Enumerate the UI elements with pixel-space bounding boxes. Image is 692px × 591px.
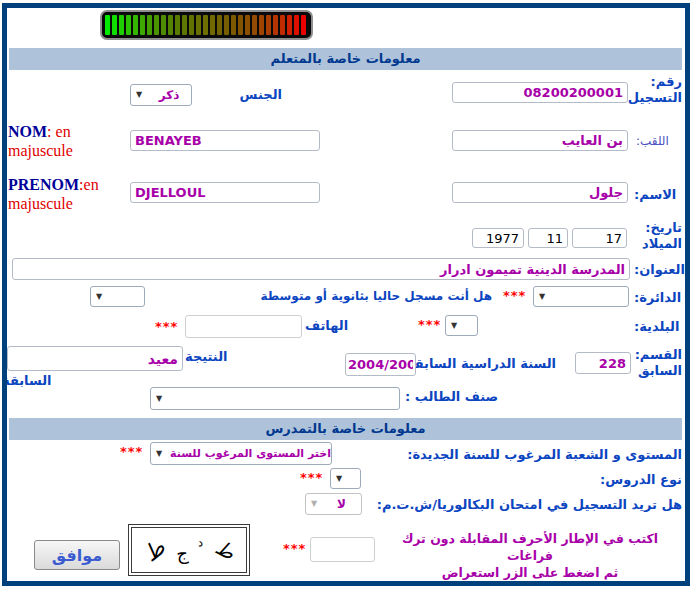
student-category-select[interactable]: ▼ (150, 387, 400, 410)
meter-segment (161, 15, 166, 35)
lesson-type-required-asterisks: *** (300, 470, 323, 485)
previous-class-input[interactable] (575, 352, 631, 374)
surname-label: اللقب: (636, 134, 669, 148)
meter-segment (189, 15, 194, 35)
meter-segment (154, 15, 159, 35)
progress-meter (100, 10, 313, 40)
bac-exam-select[interactable]: ▼ لا (305, 493, 362, 515)
enrolled-question-label: هل أنت مسجل حاليا بثانوية أو متوسطة (292, 289, 492, 303)
previous-result-label-line2: السابقة (2, 373, 52, 388)
chevron-down-icon: ▼ (91, 293, 107, 301)
meter-segment (182, 15, 187, 35)
desired-level-required-asterisks: *** (120, 444, 143, 459)
meter-segment (294, 15, 299, 35)
bac-exam-label: هل تريد التسجيل في امتحان البكالوريا/ش.ت… (380, 497, 682, 512)
phone-required-asterisks: *** (155, 319, 178, 334)
meter-segment (266, 15, 271, 35)
meter-segment (175, 15, 180, 35)
birth-day-input[interactable] (572, 228, 627, 248)
meter-segment (203, 15, 208, 35)
previous-result-input[interactable] (7, 346, 183, 371)
meter-segment (280, 15, 285, 35)
firstname-french-input[interactable] (130, 182, 320, 203)
meter-segment (252, 15, 257, 35)
captcha-required-asterisks: *** (283, 541, 306, 556)
registration-form-page: معلومات خاصة بالمتعلم رقم: التسجيل الجنس… (0, 0, 692, 591)
district-select[interactable]: ▼ (533, 286, 629, 307)
meter-segment (231, 15, 236, 35)
section-header-learner: معلومات خاصة بالمتعلم (9, 48, 682, 70)
section-header-schooling: معلومات خاصة بالتمدرس (9, 418, 682, 440)
address-label: العنوان: (634, 262, 685, 277)
previous-year-input[interactable] (345, 353, 416, 376)
chevron-down-icon: ▼ (331, 475, 347, 483)
previous-class-label: القسم: السابق (630, 347, 682, 379)
enrolled-select[interactable]: ▼ (90, 286, 145, 307)
firstname-arabic-input[interactable] (452, 182, 628, 203)
meter-segment (119, 15, 124, 35)
chevron-down-icon: ▼ (306, 500, 322, 508)
meter-segment (126, 15, 131, 35)
meter-segment (273, 15, 278, 35)
chevron-down-icon: ▼ (534, 293, 550, 301)
meter-segment (133, 15, 138, 35)
captcha-input[interactable] (310, 537, 375, 562)
firstname-hint: PRENOM:en majuscule (8, 175, 118, 213)
meter-segment (140, 15, 145, 35)
address-input[interactable] (12, 258, 630, 280)
student-category-label: صنف الطالب : (405, 389, 498, 404)
chevron-down-icon: ▼ (446, 322, 462, 330)
surname-hint: NOM: en majuscule (8, 122, 118, 160)
surname-arabic-input[interactable] (452, 130, 628, 151)
submit-button[interactable]: موافق (34, 540, 120, 570)
meter-segment (168, 15, 173, 35)
district-label: الدائرة: (634, 290, 681, 305)
gender-select[interactable]: ▼ ذكر (130, 84, 192, 106)
meter-segment (238, 15, 243, 35)
birth-month-input[interactable] (528, 228, 568, 248)
registration-input[interactable] (452, 82, 628, 103)
meter-segment (105, 15, 110, 35)
meter-segment (259, 15, 264, 35)
meter-segment (196, 15, 201, 35)
meter-segment (224, 15, 229, 35)
meter-segment (210, 15, 215, 35)
surname-french-input[interactable] (130, 130, 320, 151)
chevron-down-icon: ▼ (151, 395, 167, 403)
previous-year-label: السنة الدراسية السابقة (418, 356, 556, 371)
registration-label: رقم: التسجيل (628, 74, 682, 106)
commune-select[interactable]: ▼ (445, 315, 478, 336)
firstname-label: الاسم: (634, 187, 676, 202)
birthdate-label: تاريخ: الميلاد (626, 220, 682, 252)
meter-segment (147, 15, 152, 35)
captcha-image: ط ج د ط (128, 524, 250, 576)
commune-label: البلدية: (634, 319, 679, 334)
meter-segment (112, 15, 117, 35)
meter-segment (287, 15, 292, 35)
desired-level-label: المستوى و الشعبة المرغوب للسنة الجديدة: (400, 447, 682, 462)
gender-label: الجنس (230, 87, 282, 102)
lesson-type-label: نوع الدروس: (582, 472, 682, 487)
district-required-asterisks: *** (503, 288, 526, 303)
chevron-down-icon: ▼ (151, 450, 167, 458)
desired-level-select[interactable]: ▼ اختر المستوى المرغوب للسنة الجديدة (150, 442, 332, 465)
meter-segment (217, 15, 222, 35)
phone-input[interactable] (185, 315, 302, 338)
birth-year-input[interactable] (472, 228, 524, 248)
chevron-down-icon: ▼ (131, 91, 147, 99)
captcha-instruction: اكتب في الإطار الأحرف المقابلة دون ترك ف… (395, 530, 665, 581)
lesson-type-select[interactable]: ▼ (330, 468, 361, 489)
previous-result-label-line1: النتيجة (185, 349, 228, 364)
phone-label: الهاتف (305, 318, 348, 333)
meter-segment (245, 15, 250, 35)
commune-required-asterisks: *** (418, 317, 441, 332)
meter-segment (301, 15, 306, 35)
